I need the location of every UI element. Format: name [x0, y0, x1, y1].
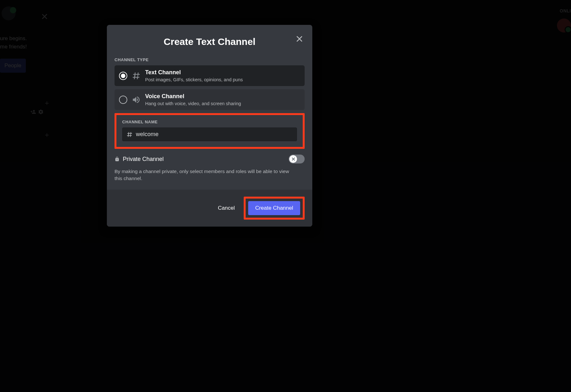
create-channel-modal: Create Text Channel CHANNEL TYPE Text Ch… [107, 25, 312, 227]
channel-type-label: CHANNEL TYPE [115, 57, 305, 62]
modal-title: Create Text Channel [115, 36, 305, 47]
radio-selected-icon [119, 72, 127, 80]
lock-icon [115, 156, 120, 162]
modal-close-button[interactable] [295, 34, 304, 43]
channel-type-voice[interactable]: Voice Channel Hang out with voice, video… [115, 89, 305, 110]
channel-type-title: Voice Channel [145, 93, 241, 100]
radio-unselected-icon [119, 96, 127, 104]
modal-footer: Cancel Create Channel [107, 190, 312, 227]
private-channel-label: Private Channel [123, 156, 164, 163]
modal-body: CHANNEL TYPE Text Channel Post images, G… [107, 50, 312, 190]
create-button-label: Create Channel [255, 205, 293, 211]
private-channel-toggle[interactable]: ✕ [289, 155, 305, 163]
channel-name-label: CHANNEL NAME [122, 120, 297, 124]
create-channel-button[interactable]: Create Channel [248, 201, 300, 215]
speaker-icon [132, 95, 141, 104]
channel-name-highlight: CHANNEL NAME [115, 113, 305, 149]
private-channel-desc: By making a channel private, only select… [115, 166, 296, 182]
channel-type-text[interactable]: Text Channel Post images, GIFs, stickers… [115, 65, 305, 86]
private-channel-section: Private Channel ✕ By making a channel pr… [115, 149, 305, 182]
channel-type-desc: Post images, GIFs, stickers, opinions, a… [145, 77, 243, 82]
modal-header: Create Text Channel [107, 25, 312, 50]
close-icon [295, 34, 304, 43]
toggle-off-icon: ✕ [289, 155, 297, 163]
hash-icon [132, 71, 141, 80]
channel-type-desc: Hang out with voice, video, and screen s… [145, 101, 241, 106]
cancel-button[interactable]: Cancel [218, 205, 235, 211]
create-button-highlight: Create Channel [244, 197, 305, 220]
channel-name-input[interactable] [136, 131, 293, 138]
channel-name-input-wrap[interactable] [122, 127, 297, 141]
cancel-button-label: Cancel [218, 205, 235, 211]
channel-type-title: Text Channel [145, 69, 243, 76]
hash-icon [126, 131, 133, 138]
